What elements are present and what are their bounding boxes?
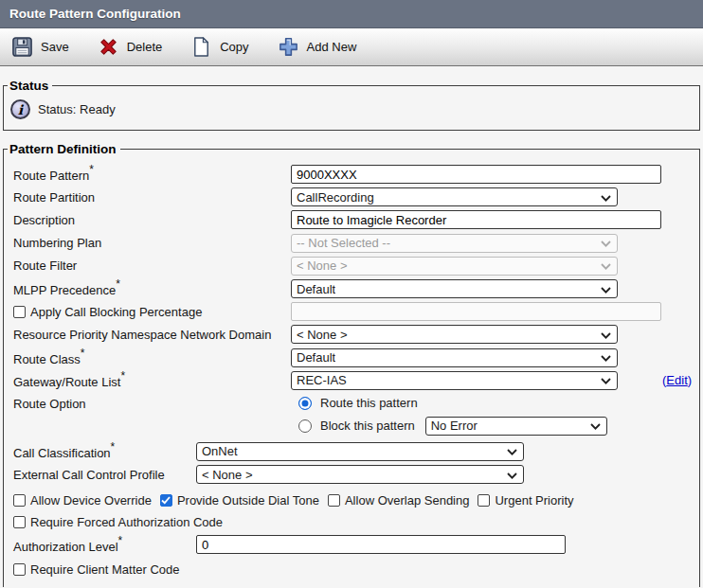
route-filter-label: Route Filter: [13, 258, 291, 273]
allow-device-override-checkbox[interactable]: [13, 494, 26, 507]
block-reason-select[interactable]: No Error: [425, 417, 607, 436]
call-classification-select[interactable]: OnNet: [196, 442, 524, 461]
delete-button[interactable]: Delete: [98, 36, 163, 58]
delete-icon: [98, 36, 119, 58]
require-fac-row: Require Forced Authorization Code: [13, 511, 699, 533]
route-partition-row: Route Partition CallRecording: [13, 186, 699, 208]
status-section: Status i Status: Ready: [3, 79, 700, 131]
pattern-flags-row: Allow Device Override Provide Outside Di…: [13, 490, 699, 511]
add-new-button[interactable]: Add New: [278, 36, 357, 58]
toolbar: Save Delete Copy Add New: [0, 28, 703, 66]
external-call-control-row: External Call Control Profile < None >: [13, 463, 699, 486]
provide-outside-dial-tone-label: Provide Outside Dial Tone: [177, 493, 319, 508]
edit-link[interactable]: (Edit): [662, 373, 692, 387]
apply-call-blocking-row: Apply Call Blocking Percentage: [13, 300, 699, 323]
save-button-label: Save: [41, 40, 69, 54]
description-row: Description: [13, 208, 699, 231]
chevron-down-icon: [601, 258, 611, 273]
urgent-priority-label: Urgent Priority: [495, 493, 573, 508]
call-classification-row: Call Classification* OnNet: [13, 440, 699, 463]
chevron-down-icon: [601, 373, 611, 387]
block-this-pattern-radio[interactable]: [298, 419, 312, 433]
require-cmc-row: Require Client Matter Code: [13, 559, 699, 580]
route-class-label: Route Class*: [13, 348, 291, 366]
chevron-down-icon: [590, 419, 601, 433]
mlpp-precedence-select[interactable]: Default: [291, 279, 618, 298]
route-pattern-input[interactable]: [291, 165, 661, 184]
route-class-row: Route Class* Default: [13, 347, 699, 369]
gateway-route-list-select[interactable]: REC-IAS: [291, 371, 618, 390]
allow-device-override-label: Allow Device Override: [30, 493, 152, 508]
chevron-down-icon: [601, 190, 611, 205]
chevron-down-icon: [601, 350, 611, 365]
route-pattern-label: Route Pattern*: [13, 165, 291, 183]
route-pattern-row: Route Pattern*: [13, 163, 699, 186]
gateway-route-list-row: Gateway/Route List* REC-IAS (Edit): [13, 369, 699, 392]
info-icon: i: [10, 99, 30, 119]
status-legend: Status: [8, 79, 52, 93]
urgent-priority-checkbox[interactable]: [478, 494, 490, 507]
route-partition-label: Route Partition: [13, 190, 291, 205]
route-this-pattern-label: Route this pattern: [320, 396, 418, 410]
require-cmc-checkbox[interactable]: [13, 563, 26, 576]
numbering-plan-select: -- Not Selected --: [291, 234, 618, 253]
pattern-definition-section: Pattern Definition Route Pattern* Route …: [3, 142, 700, 587]
route-this-pattern-radio[interactable]: [298, 397, 312, 410]
route-filter-select: < None >: [291, 257, 618, 276]
authorization-level-row: Authorization Level*: [13, 533, 699, 556]
save-button[interactable]: Save: [11, 36, 69, 58]
mlpp-precedence-label: MLPP Precedence*: [13, 279, 291, 297]
allow-overlap-sending-label: Allow Overlap Sending: [345, 493, 470, 508]
resource-priority-row: Resource Priority Namespace Network Doma…: [13, 323, 699, 346]
chevron-down-icon: [507, 444, 517, 458]
route-option-label: Route Option: [13, 392, 291, 411]
authorization-level-label: Authorization Level*: [13, 536, 196, 554]
apply-call-blocking-label: Apply Call Blocking Percentage: [30, 305, 202, 319]
route-option-row: Route Option Route this pattern Block th…: [13, 392, 699, 437]
description-input[interactable]: [291, 210, 661, 229]
route-partition-select[interactable]: CallRecording: [291, 187, 618, 206]
gateway-route-list-label: Gateway/Route List*: [13, 371, 291, 389]
page-title: Route Pattern Configuration: [9, 7, 181, 21]
authorization-level-input[interactable]: [196, 535, 566, 554]
resource-priority-label: Resource Priority Namespace Network Doma…: [13, 328, 291, 342]
chevron-down-icon: [507, 468, 517, 482]
call-classification-label: Call Classification*: [13, 442, 196, 460]
numbering-plan-label: Numbering Plan: [13, 236, 291, 250]
route-class-select[interactable]: Default: [291, 348, 618, 367]
route-this-pattern-option: Route this pattern: [291, 392, 607, 415]
chevron-down-icon: [601, 236, 611, 250]
status-message: Status: Ready: [38, 102, 116, 116]
save-icon: [11, 36, 33, 58]
call-blocking-percentage-input: [291, 302, 661, 321]
description-label: Description: [13, 213, 291, 227]
apply-call-blocking-checkbox[interactable]: [13, 306, 26, 318]
delete-button-label: Delete: [127, 40, 163, 54]
require-fac-checkbox[interactable]: [13, 516, 26, 528]
chevron-down-icon: [601, 282, 611, 296]
pattern-definition-legend: Pattern Definition: [8, 142, 120, 156]
provide-outside-dial-tone-checkbox[interactable]: [160, 494, 172, 507]
block-this-pattern-label: Block this pattern: [320, 419, 415, 433]
apply-call-blocking-label-group: Apply Call Blocking Percentage: [13, 305, 291, 319]
copy-icon: [190, 36, 212, 58]
resource-priority-select[interactable]: < None >: [291, 325, 618, 344]
chevron-down-icon: [601, 328, 611, 342]
copy-button[interactable]: Copy: [190, 36, 248, 58]
page-title-bar: Route Pattern Configuration: [0, 0, 703, 28]
add-new-plus-icon: [278, 36, 299, 58]
block-this-pattern-option: Block this pattern No Error: [291, 415, 607, 437]
allow-overlap-sending-checkbox[interactable]: [328, 494, 340, 507]
copy-button-label: Copy: [220, 40, 248, 54]
add-new-button-label: Add New: [307, 40, 357, 54]
numbering-plan-row: Numbering Plan -- Not Selected --: [13, 232, 699, 255]
route-filter-row: Route Filter < None >: [13, 255, 699, 277]
require-fac-label: Require Forced Authorization Code: [30, 515, 223, 529]
require-cmc-label: Require Client Matter Code: [30, 562, 180, 577]
mlpp-precedence-row: MLPP Precedence* Default: [13, 277, 699, 300]
external-call-control-label: External Call Control Profile: [13, 468, 196, 482]
external-call-control-select[interactable]: < None >: [196, 465, 524, 484]
